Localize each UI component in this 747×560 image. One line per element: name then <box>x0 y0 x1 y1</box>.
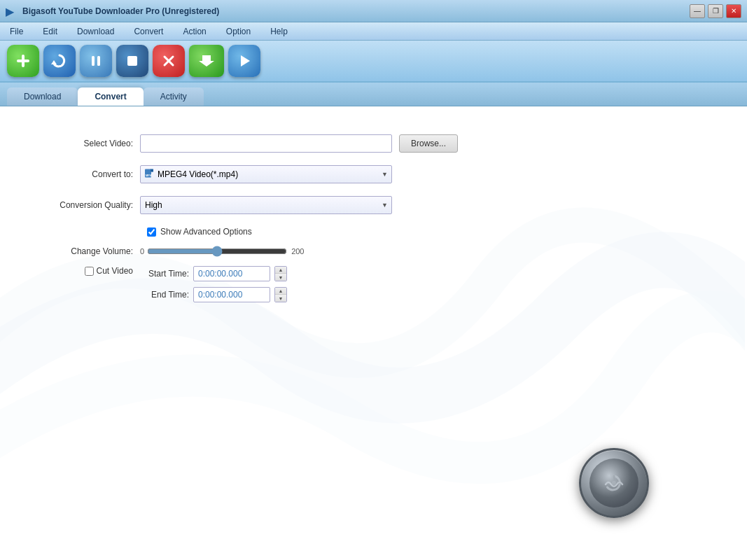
refresh-button[interactable] <box>43 45 76 77</box>
end-time-down[interactable]: ▼ <box>275 295 286 302</box>
advanced-options-row: Show Advanced Options <box>147 227 705 237</box>
download-button[interactable] <box>189 45 224 77</box>
time-rows: Start Time: ▲ ▼ End Time: ▲ ▼ <box>140 266 287 302</box>
end-time-row: End Time: ▲ ▼ <box>140 287 287 302</box>
stop-button[interactable] <box>116 45 148 77</box>
svg-rect-4 <box>97 56 100 66</box>
title-bar-controls: — ❐ ✕ <box>690 4 741 18</box>
start-time-down[interactable]: ▼ <box>275 274 286 281</box>
tab-download[interactable]: Download <box>7 88 78 106</box>
tabs-container: Download Convert Activity <box>0 83 747 106</box>
quality-select-wrapper: High Medium Low Custom <box>140 196 392 214</box>
tab-activity[interactable]: Activity <box>144 88 204 106</box>
close-button[interactable]: ✕ <box>726 4 741 18</box>
volume-label: Change Volume: <box>42 246 140 256</box>
menu-option[interactable]: Option <box>222 25 255 38</box>
start-time-input[interactable] <box>193 266 270 281</box>
volume-max: 200 <box>291 247 304 255</box>
cancel-button[interactable] <box>153 45 185 77</box>
svg-rect-1 <box>17 59 29 62</box>
form-area: Select Video: Browse... Convert to: MP4 … <box>0 106 747 337</box>
menu-edit[interactable]: Edit <box>39 25 62 38</box>
play-button[interactable] <box>228 45 260 77</box>
start-time-label: Start Time: <box>140 269 189 279</box>
svg-marker-9 <box>241 55 250 66</box>
end-time-spinner: ▲ ▼ <box>274 287 287 302</box>
quality-label: Conversion Quality: <box>42 200 140 210</box>
convert-to-select[interactable]: MPEG4 Video(*.mp4) AVI Video(*.avi) WMV … <box>140 165 392 183</box>
svg-marker-2 <box>51 60 57 64</box>
quality-row: Conversion Quality: High Medium Low Cust… <box>42 196 705 214</box>
title-bar-left: ▶ Bigasoft YouTube Downloader Pro (Unreg… <box>6 5 219 18</box>
cut-video-label: Cut Video <box>97 266 133 276</box>
end-time-input[interactable] <box>193 287 270 302</box>
main-content: Select Video: Browse... Convert to: MP4 … <box>0 106 747 560</box>
toolbar <box>0 41 747 83</box>
svg-rect-5 <box>127 56 137 66</box>
select-video-label: Select Video: <box>42 139 140 148</box>
select-video-row: Select Video: Browse... <box>42 134 705 153</box>
volume-slider[interactable] <box>147 246 287 256</box>
add-button[interactable] <box>7 45 39 77</box>
start-time-spinner: ▲ ▼ <box>274 266 287 281</box>
advanced-options-checkbox[interactable] <box>147 227 156 237</box>
convert-to-row: Convert to: MP4 MPEG4 Video(*.mp4) AVI V… <box>42 165 705 183</box>
svg-point-14 <box>612 481 616 485</box>
menu-bar: File Edit Download Convert Action Option… <box>0 22 747 41</box>
app-icon: ▶ <box>6 5 18 18</box>
cut-video-checkbox[interactable] <box>85 267 94 276</box>
menu-file[interactable]: File <box>6 25 27 38</box>
select-video-input[interactable] <box>140 134 392 153</box>
title-bar: ▶ Bigasoft YouTube Downloader Pro (Unreg… <box>0 0 747 22</box>
quality-select[interactable]: High Medium Low Custom <box>140 196 392 214</box>
end-time-up[interactable]: ▲ <box>275 288 286 295</box>
svg-rect-3 <box>92 56 95 66</box>
restore-button[interactable]: ❐ <box>708 4 723 18</box>
convert-to-label: Convert to: <box>42 169 140 179</box>
convert-to-select-wrapper: MP4 MPEG4 Video(*.mp4) AVI Video(*.avi) … <box>140 165 392 183</box>
tab-convert[interactable]: Convert <box>78 88 143 106</box>
start-time-row: Start Time: ▲ ▼ <box>140 266 287 281</box>
menu-download[interactable]: Download <box>73 25 118 38</box>
convert-button-inner <box>589 458 638 507</box>
menu-help[interactable]: Help <box>266 25 292 38</box>
volume-row: Change Volume: 0 200 <box>42 246 705 256</box>
convert-icon <box>601 470 627 496</box>
menu-convert[interactable]: Convert <box>130 25 167 38</box>
cut-video-col: Cut Video <box>42 266 140 276</box>
browse-button[interactable]: Browse... <box>399 134 458 153</box>
advanced-options-label: Show Advanced Options <box>160 227 252 237</box>
convert-button[interactable] <box>579 448 649 518</box>
menu-action[interactable]: Action <box>179 25 210 38</box>
app-title: Bigasoft YouTube Downloader Pro (Unregis… <box>22 6 219 16</box>
cut-video-row: Cut Video Start Time: ▲ ▼ End Time: ▲ <box>42 266 705 302</box>
svg-marker-8 <box>199 55 214 66</box>
end-time-label: End Time: <box>140 290 189 300</box>
pause-button[interactable] <box>80 45 112 77</box>
minimize-button[interactable]: — <box>690 4 705 18</box>
volume-min: 0 <box>140 247 144 255</box>
start-time-up[interactable]: ▲ <box>275 267 286 274</box>
